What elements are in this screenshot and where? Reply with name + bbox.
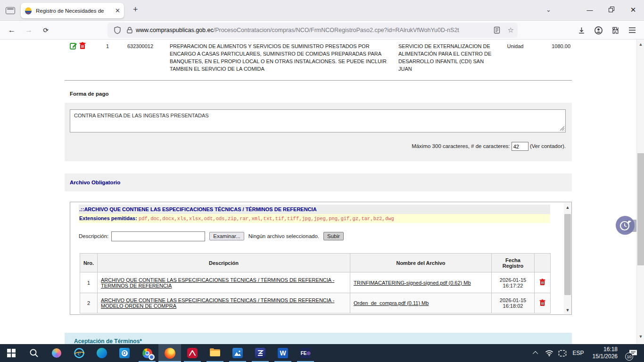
tray-clock[interactable]: 16:18 15/1/2026: [588, 346, 622, 360]
notification-center-button[interactable]: 10: [622, 344, 644, 362]
file-panel-title: .::ARCHIVO QUE CONTIENE LAS ESPECIFICACI…: [79, 205, 550, 214]
window-restore-button[interactable]: [601, 0, 622, 20]
scroll-down-icon[interactable]: ▼: [564, 306, 571, 314]
delete-file-icon[interactable]: [539, 279, 545, 286]
file-upload-panel: .::ARCHIVO QUE CONTIENE LAS ESPECIFICACI…: [70, 202, 572, 315]
file-row: 1 ARCHIVO QUE CONTIENE LAS ESPECIFICACIO…: [80, 272, 551, 293]
scroll-up-icon[interactable]: ▲: [637, 41, 644, 48]
panel-scrollbar[interactable]: ▲ ▼: [564, 203, 571, 314]
header-description: Descripción: [98, 254, 350, 272]
downloads-icon[interactable]: [573, 21, 589, 39]
bookmark-star-icon[interactable]: ☆: [508, 26, 514, 34]
new-tab-button[interactable]: +: [133, 5, 138, 15]
notification-count-badge: 10: [625, 353, 633, 361]
browser-toolbar: ← → ⟳ www.compraspublicas.gob.ec/Proceso…: [0, 21, 644, 40]
tray-chevron-icon[interactable]: [529, 344, 543, 362]
file-section-band: Archivo Obligatorio: [65, 173, 572, 191]
scroll-up-icon[interactable]: ▲: [564, 204, 571, 211]
firmaec-icon: FE◎: [300, 347, 311, 359]
edge-icon: [96, 347, 107, 359]
scroll-down-icon[interactable]: ▼: [637, 333, 644, 340]
taskbar-copilot-button[interactable]: [45, 344, 68, 362]
file-description-input[interactable]: [111, 231, 205, 241]
url-bar[interactable]: www.compraspublicas.gob.ec/ProcesoContra…: [107, 23, 518, 38]
svg-text:e: e: [78, 349, 81, 357]
char-counter-row: Máximo 300 caracteres, # de caracteres: …: [65, 142, 566, 151]
taskbar-scanner-button[interactable]: [249, 344, 272, 362]
chrome-profile-badge: [149, 354, 155, 360]
files-header-row: Nro. Descripción Nombre del Archivo Fech…: [80, 254, 551, 272]
edit-item-icon[interactable]: [70, 42, 77, 49]
extensions-puzzle-icon[interactable]: [607, 21, 623, 39]
tracking-shield-icon[interactable]: [114, 26, 121, 34]
payment-section-title: Forma de pago: [70, 91, 108, 97]
file-row-date: 2026-01-15 16:18:02: [492, 293, 535, 313]
item-unit: Unidad: [504, 42, 527, 50]
file-description-link[interactable]: ARCHIVO QUE CONTIENE LAS ESPECIFICACIONE…: [101, 277, 334, 288]
panel-scrollbar-thumb[interactable]: [564, 214, 571, 295]
page-scrollbar[interactable]: ▲ ▼: [636, 40, 644, 344]
browser-tabstrip: Registro de Necesidades de Co ✕ + ⌄ — ✕: [0, 0, 644, 21]
tablet-mode-icon[interactable]: [556, 344, 569, 362]
menu-hamburger-icon[interactable]: [624, 21, 640, 39]
taskbar-word-button[interactable]: W: [272, 344, 294, 362]
payment-textarea[interactable]: CONTRA ENTREGA DE LAS INGESTAS PRESENTAD…: [70, 109, 566, 132]
timer-clock-icon[interactable]: [616, 216, 635, 235]
outlook-icon: O: [119, 347, 130, 359]
file-name-link[interactable]: TRINFIMACATERING-signed-signed.pdf (0.62…: [354, 280, 471, 286]
windows-taskbar: e O: [0, 344, 644, 362]
taskbar-search-button[interactable]: [23, 344, 45, 362]
window-minimize-button[interactable]: —: [579, 0, 601, 20]
taskbar-ie-button[interactable]: e: [68, 344, 91, 362]
tray-date: 15/1/2026: [593, 353, 618, 360]
delete-item-icon[interactable]: [79, 42, 86, 49]
reload-button[interactable]: ⟳: [38, 21, 54, 39]
upload-row: Descripción: Examinar... Ningún archivo …: [79, 230, 344, 242]
upload-button[interactable]: Subir: [323, 232, 344, 240]
taskbar-chrome-button[interactable]: [136, 344, 158, 362]
allowed-extensions-row: Extensiones pemitidas: pdf,doc,docx,xls,…: [79, 214, 550, 223]
taskbar-firefox-button[interactable]: [158, 344, 181, 362]
reader-view-icon[interactable]: [493, 26, 501, 34]
taskbar-photos-button[interactable]: [226, 344, 249, 362]
floating-timer-widget[interactable]: [616, 216, 638, 236]
page-scrollbar-thumb[interactable]: [637, 153, 644, 265]
window-close-button[interactable]: ✕: [622, 0, 644, 20]
search-icon: [29, 348, 39, 358]
taskbar-explorer-button[interactable]: [204, 344, 226, 362]
language-indicator[interactable]: ESP: [569, 350, 588, 356]
no-file-selected-text: Ningún archivo seleccionado.: [248, 233, 319, 239]
file-name-link[interactable]: Orden_de_compra.pdf (0.11) Mb: [354, 300, 429, 306]
tab-list-chevron-icon[interactable]: ⌄: [546, 6, 551, 13]
textarea-resize-grip[interactable]: [559, 125, 565, 131]
taskbar-outlook-button[interactable]: O: [113, 344, 136, 362]
forward-button: →: [21, 21, 37, 39]
back-button[interactable]: ←: [4, 21, 20, 39]
account-icon[interactable]: [590, 21, 606, 39]
wifi-icon[interactable]: [543, 344, 556, 362]
firefox-view-icon[interactable]: [6, 7, 15, 14]
taskbar-acrobat-button[interactable]: [181, 344, 204, 362]
start-button[interactable]: [0, 344, 23, 362]
taskbar-edge-button[interactable]: [91, 344, 113, 362]
tab-close-icon[interactable]: ✕: [115, 8, 120, 14]
header-actions: [535, 254, 551, 272]
file-row-date: 2026-01-15 16:17:22: [492, 272, 535, 293]
file-description-link[interactable]: ARCHIVO QUE CONTIENE LAS ESPECIFICACIONE…: [101, 297, 334, 309]
system-tray: ESP 16:18 15/1/2026 10: [529, 344, 644, 362]
desktop: Registro de Necesidades de Co ✕ + ⌄ — ✕ …: [0, 0, 644, 362]
browse-button[interactable]: Examinar...: [209, 232, 244, 240]
url-text[interactable]: www.compraspublicas.gob.ec/ProcesoContra…: [136, 27, 480, 33]
taskbar-firmaec-button[interactable]: FE◎: [294, 344, 317, 362]
delete-file-icon[interactable]: [539, 299, 545, 306]
char-counter-input[interactable]: [512, 142, 528, 151]
item-quantity: 1080.00: [537, 42, 570, 50]
acrobat-icon: [187, 347, 198, 359]
site-favicon-icon: [25, 7, 32, 15]
item-number: 1: [103, 42, 112, 50]
web-page: 1 632300012 PREPARACION DE ALIMENTOS Y S…: [0, 40, 644, 344]
browser-tab[interactable]: Registro de Necesidades de Co ✕: [21, 3, 124, 18]
terms-section-title: Aceptación de Términos*: [74, 338, 142, 345]
item-detail: SERVICIO DE EXTERNALIZACION DE ALIMENTAC…: [398, 42, 496, 73]
lock-icon[interactable]: [126, 26, 133, 34]
